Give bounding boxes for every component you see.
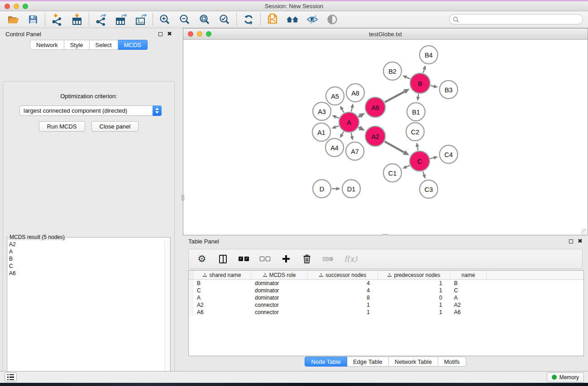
column-header-predecessor-nodes[interactable]: predecessor nodes	[378, 271, 450, 280]
zoom-fit-icon[interactable]	[198, 13, 211, 26]
cell[interactable]: A	[193, 294, 251, 301]
table-tab-network-table[interactable]: Network Table	[389, 357, 438, 367]
zoom-in-icon[interactable]	[158, 13, 172, 26]
result-item[interactable]: C	[9, 262, 164, 270]
cell[interactable]: 1	[378, 287, 450, 294]
result-item[interactable]: B	[9, 255, 164, 262]
edge-A6-B[interactable]	[385, 91, 404, 102]
zoom-selected-icon[interactable]	[218, 13, 231, 26]
cell[interactable]: 1	[308, 301, 378, 309]
row-header[interactable]	[189, 301, 193, 309]
edge-A-A1[interactable]	[336, 126, 339, 127]
cell[interactable]: C	[193, 287, 251, 294]
result-scrollbar[interactable]	[164, 240, 170, 386]
cell[interactable]: B	[193, 280, 251, 287]
optimization-criterion-select[interactable]: largest connected component (directed)	[19, 105, 162, 116]
network-canvas[interactable]: B4B2BB3A5A8A6A3B1AA1C2A2A4A7C4CC1C3DD1	[183, 40, 588, 235]
column-header-successor-nodes[interactable]: successor nodes	[308, 271, 378, 280]
import-network-icon[interactable]	[50, 13, 64, 26]
cell[interactable]: 4	[308, 287, 378, 294]
edge-C-C3[interactable]	[423, 172, 424, 175]
cell[interactable]: dominator	[251, 294, 308, 301]
result-item[interactable]: A2	[9, 241, 164, 248]
search-input[interactable]	[449, 14, 583, 24]
edge-C-C2[interactable]	[417, 147, 418, 150]
float-table-panel-icon[interactable]	[569, 239, 573, 243]
minimize-window-button[interactable]	[14, 4, 19, 9]
new-network-from-selection-icon[interactable]	[266, 13, 279, 26]
column-header-shared-name[interactable]: shared name	[193, 271, 251, 280]
cell[interactable]: C	[450, 287, 487, 294]
delete-columns-icon[interactable]	[302, 253, 312, 265]
edge-B-B3[interactable]	[430, 86, 434, 86]
run-mcds-button[interactable]: Run MCDS	[39, 121, 85, 132]
zoom-out-icon[interactable]	[178, 13, 191, 26]
edge-A2-C[interactable]	[385, 142, 404, 152]
cell[interactable]: 0	[378, 294, 450, 301]
edge-A-A8[interactable]	[351, 108, 352, 112]
network-minimize-button[interactable]	[197, 31, 202, 37]
row-header[interactable]	[189, 287, 193, 294]
edge-B-B1[interactable]	[418, 94, 419, 97]
float-panel-icon[interactable]	[158, 32, 163, 36]
network-graph[interactable]: B4B2BB3A5A8A6A3B1AA1C2A2A4A7C4CC1C3DD1	[183, 40, 588, 235]
row-header[interactable]	[189, 280, 193, 287]
result-item[interactable]: A	[9, 248, 164, 255]
cell[interactable]: 8	[308, 294, 378, 301]
task-history-button[interactable]	[5, 372, 17, 382]
tab-network[interactable]: Network	[30, 40, 64, 50]
memory-button[interactable]: Memory	[547, 372, 584, 382]
row-header[interactable]	[189, 294, 193, 301]
select-all-columns-icon[interactable]: ✓✓	[239, 253, 249, 265]
cell[interactable]: 1	[378, 280, 450, 287]
edge-A-A5[interactable]	[342, 110, 344, 113]
edge-A-A2[interactable]	[359, 127, 359, 128]
unselect-all-columns-icon[interactable]	[260, 253, 270, 265]
table-tab-node-table[interactable]: Node Table	[305, 357, 347, 367]
cell[interactable]: A2	[450, 301, 487, 309]
edge-C-C1[interactable]	[406, 166, 410, 167]
table-settings-icon[interactable]: ⚙	[197, 253, 207, 265]
window-resize-grip[interactable]	[581, 229, 587, 234]
close-panel-icon[interactable]: ✖	[167, 32, 172, 36]
cell[interactable]: B	[450, 280, 487, 287]
close-window-button[interactable]	[5, 4, 10, 9]
edge-B-B4[interactable]	[423, 69, 424, 73]
show-column-icon[interactable]	[218, 253, 228, 265]
show-graphics-details-icon[interactable]	[325, 13, 339, 26]
cell[interactable]: 1	[308, 309, 378, 316]
column-header-name[interactable]: name	[450, 271, 487, 280]
vertical-scrollbar-thumb[interactable]	[182, 195, 184, 200]
refresh-layout-icon[interactable]	[242, 13, 255, 26]
column-header-MCDS-role[interactable]: MCDS role	[251, 271, 308, 280]
apply-preferred-layout-icon[interactable]	[286, 13, 299, 26]
edge-C-C4[interactable]	[430, 158, 434, 159]
open-file-icon[interactable]	[6, 13, 20, 26]
export-network-icon[interactable]	[94, 13, 108, 26]
close-table-panel-icon[interactable]: ✖	[578, 239, 583, 243]
result-item[interactable]: A6	[9, 270, 164, 277]
cell[interactable]: A2	[193, 301, 251, 309]
cell[interactable]: 4	[308, 280, 378, 287]
cell[interactable]: dominator	[251, 280, 308, 287]
add-column-icon[interactable]	[281, 253, 291, 265]
edge-A-A7[interactable]	[351, 133, 352, 137]
export-image-icon[interactable]	[134, 13, 148, 26]
tab-mcds[interactable]: MCDS	[118, 40, 148, 50]
edge-A-A6[interactable]	[359, 116, 360, 117]
hide-graphics-details-icon[interactable]	[306, 13, 319, 26]
edge-A-A3[interactable]	[336, 117, 339, 118]
cell[interactable]: A6	[450, 309, 487, 316]
edge-A-A4[interactable]	[342, 132, 344, 134]
save-session-icon[interactable]	[26, 13, 40, 26]
row-header[interactable]	[189, 309, 193, 316]
tab-select[interactable]: Select	[90, 40, 118, 50]
network-zoom-button[interactable]	[206, 31, 211, 37]
zoom-window-button[interactable]	[23, 4, 28, 9]
cell[interactable]: connector	[251, 309, 308, 316]
tab-style[interactable]: Style	[64, 40, 90, 50]
network-close-button[interactable]	[188, 31, 193, 37]
cell[interactable]: A6	[193, 309, 251, 316]
cell[interactable]: 1	[378, 309, 450, 316]
cell[interactable]: dominator	[251, 287, 308, 294]
